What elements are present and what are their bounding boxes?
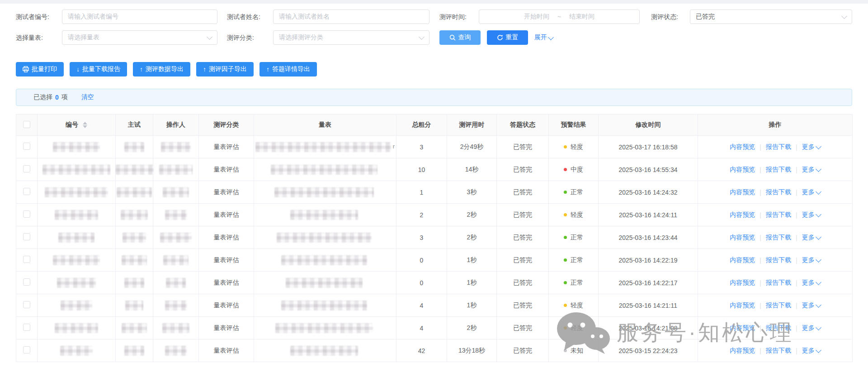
more-label: 更多 [802, 347, 815, 355]
search-button[interactable]: 查询 [439, 30, 481, 45]
chevron-down-icon [816, 302, 821, 308]
ops-divider: | [796, 325, 797, 332]
export-answer-detail-button[interactable]: ↑ 答题详情导出 [259, 62, 317, 76]
report-download-link[interactable]: 报告下载 [766, 301, 791, 310]
content-preview-link[interactable]: 内容预览 [730, 234, 755, 242]
row-warning-cell: 中度 [549, 158, 599, 181]
row-operator-cell [153, 249, 199, 272]
redacted-examiner [123, 233, 146, 243]
row-warning-cell: 正常 [549, 226, 599, 249]
report-download-link[interactable]: 报告下载 [766, 347, 791, 355]
report-download-link[interactable]: 报告下载 [766, 188, 791, 196]
more-dropdown-link[interactable]: 更多 [802, 301, 821, 310]
ops-divider: | [796, 279, 797, 287]
table-row: 量表评估 10 14秒 已答完 中度 2025-03-16 14:55:34 内… [16, 158, 853, 181]
report-download-link[interactable]: 报告下载 [766, 279, 791, 287]
arrow-up-icon: ↑ [266, 66, 269, 72]
more-label: 更多 [802, 301, 815, 310]
more-dropdown-link[interactable]: 更多 [802, 166, 821, 174]
row-checkbox[interactable] [23, 233, 30, 240]
row-checkbox[interactable] [23, 188, 30, 195]
tester-id-placeholder: 请输入测试者编号 [68, 13, 118, 21]
content-preview-link[interactable]: 内容预览 [730, 211, 755, 219]
sort-desc-icon[interactable] [83, 125, 87, 128]
row-checkbox[interactable] [23, 143, 30, 150]
duration-value: 3秒 [467, 188, 477, 196]
row-raw-score-cell: 10 [396, 158, 447, 181]
report-download-link[interactable]: 报告下载 [766, 211, 791, 219]
tester-id-input[interactable]: 请输入测试者编号 [62, 10, 217, 24]
table-header-row: 编号 主试 操作人 测评分类 量表 总粗分 测评用时 答题状态 预警结果 修改时… [16, 115, 853, 136]
chevron-down-icon [841, 13, 847, 19]
row-checkbox[interactable] [23, 324, 30, 331]
report-download-link[interactable]: 报告下载 [766, 166, 791, 174]
select-all-checkbox[interactable] [23, 121, 30, 128]
row-modified-cell: 2025-03-16 14:21:11 [599, 294, 698, 317]
row-warning-cell: 轻度 [549, 317, 599, 339]
raw-score-value: 10 [418, 166, 425, 173]
row-checkbox[interactable] [23, 301, 30, 308]
content-preview-link[interactable]: 内容预览 [730, 301, 755, 310]
more-dropdown-link[interactable]: 更多 [802, 279, 821, 287]
row-operator-cell [153, 136, 199, 158]
expand-link[interactable]: 展开 [534, 33, 553, 42]
row-answer-status-cell: 已答完 [497, 294, 549, 317]
more-dropdown-link[interactable]: 更多 [802, 188, 821, 196]
sort-control[interactable] [83, 122, 87, 128]
more-dropdown-link[interactable]: 更多 [802, 211, 821, 219]
row-checkbox[interactable] [23, 256, 30, 263]
row-checkbox[interactable] [23, 346, 30, 354]
content-preview-link[interactable]: 内容预览 [730, 166, 755, 174]
content-preview-link[interactable]: 内容预览 [730, 279, 755, 287]
row-checkbox[interactable] [23, 165, 30, 172]
status-select[interactable]: 已答完 [690, 10, 852, 24]
ops-divider: | [796, 257, 797, 264]
content-preview-link[interactable]: 内容预览 [730, 188, 755, 196]
export-answer-detail-label: 答题详情导出 [272, 65, 310, 73]
more-label: 更多 [802, 166, 815, 174]
category-value: 量表评估 [214, 211, 239, 218]
bulk-download-report-button[interactable]: ↓ 批量下载报告 [70, 62, 127, 76]
duration-value: 13分18秒 [458, 347, 485, 354]
row-id-cell [38, 204, 116, 226]
content-preview-link[interactable]: 内容预览 [730, 347, 755, 355]
category-select[interactable]: 请选择测评分类 [273, 30, 429, 45]
raw-score-value: 42 [418, 347, 425, 354]
tester-name-input[interactable]: 请输入测试者姓名 [273, 10, 429, 24]
row-answer-status-cell: 已答完 [497, 317, 549, 339]
sort-asc-icon[interactable] [83, 122, 87, 124]
report-download-link[interactable]: 报告下载 [766, 234, 791, 242]
scale-select[interactable]: 请选择量表 [62, 30, 217, 45]
modified-time-value: 2025-03-16 14:21:08 [619, 325, 678, 332]
report-download-link[interactable]: 报告下载 [766, 256, 791, 264]
clear-selection-link[interactable]: 清空 [81, 93, 94, 101]
row-scale-cell [254, 226, 396, 249]
reset-button[interactable]: 重置 [487, 30, 528, 45]
duration-value: 1秒 [467, 301, 477, 309]
refresh-icon [497, 34, 503, 41]
more-dropdown-link[interactable]: 更多 [802, 347, 821, 355]
more-dropdown-link[interactable]: 更多 [802, 143, 821, 151]
table-row: 量表评估 0 1秒 已答完 正常 2025-03-16 14:22:17 内容预… [16, 272, 853, 294]
more-dropdown-link[interactable]: 更多 [802, 256, 821, 264]
ops-divider: | [760, 211, 761, 219]
export-assess-data-button[interactable]: ↑ 测评数据导出 [133, 62, 190, 76]
warning-value: 正常 [571, 279, 583, 287]
row-checkbox[interactable] [23, 210, 30, 218]
export-assess-factor-button[interactable]: ↑ 测评因子导出 [196, 62, 254, 76]
report-download-link[interactable]: 报告下载 [766, 324, 791, 332]
assess-time-range-input[interactable]: 开始时间 ~ 结束时间 [479, 10, 640, 24]
report-download-link[interactable]: 报告下载 [766, 143, 791, 151]
header-operations: 操作 [698, 115, 853, 136]
content-preview-link[interactable]: 内容预览 [730, 256, 755, 264]
content-preview-link[interactable]: 内容预览 [730, 143, 755, 151]
more-dropdown-link[interactable]: 更多 [802, 234, 821, 242]
row-checkbox[interactable] [23, 278, 30, 286]
row-select-cell [16, 226, 38, 249]
warning-value: 正常 [571, 256, 583, 264]
category-select-placeholder: 请选择测评分类 [279, 33, 323, 42]
header-scale: 量表 [254, 115, 396, 136]
more-dropdown-link[interactable]: 更多 [802, 324, 821, 332]
content-preview-link[interactable]: 内容预览 [730, 324, 755, 332]
bulk-print-button[interactable]: 批量打印 [16, 62, 64, 76]
